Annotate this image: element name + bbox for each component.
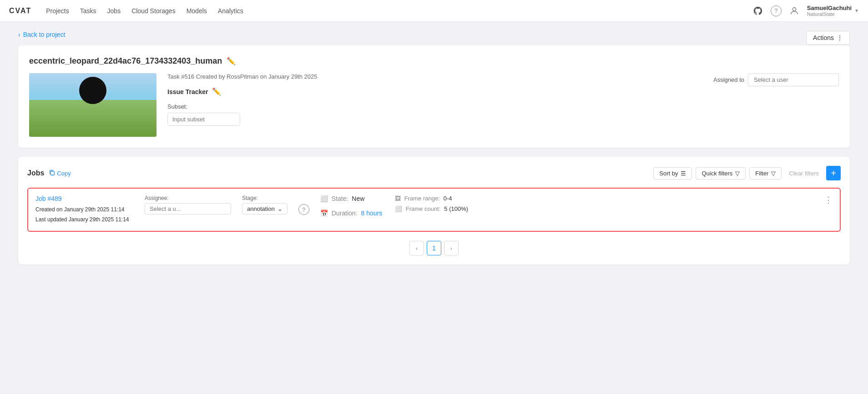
- nav-models[interactable]: Models: [187, 5, 207, 16]
- svg-point-0: [792, 7, 796, 10]
- header-row: ‹ Back to project Actions ⋮: [18, 31, 850, 45]
- last-updated-label: Last updated: [35, 216, 67, 223]
- last-updated-value: January 29th 2025 11:14: [69, 216, 129, 223]
- assignee-select[interactable]: [145, 203, 231, 214]
- nav-tasks[interactable]: Tasks: [80, 5, 96, 16]
- pagination-prev[interactable]: ‹: [409, 241, 424, 255]
- assigned-to-row: Assigned to: [713, 73, 839, 86]
- state-duration-col: ⬜ State: New 📅 Duration: 8 hours: [320, 195, 384, 217]
- back-chevron-icon: ‹: [18, 31, 20, 38]
- job-id[interactable]: Job #489: [35, 195, 136, 202]
- copy-icon: [49, 170, 55, 177]
- sort-by-label: Sort by: [659, 170, 678, 177]
- sort-by-button[interactable]: Sort by ☰: [653, 167, 692, 180]
- stage-label: Stage:: [242, 195, 288, 201]
- page-content: ‹ Back to project Actions ⋮ eccentric_le…: [0, 22, 868, 274]
- stage-select[interactable]: annotation ⌄: [242, 203, 288, 214]
- task-card: eccentric_leopard_22d4ac76_1734332403_hu…: [18, 45, 850, 148]
- clear-filters-button[interactable]: Clear filters: [785, 168, 823, 179]
- subset-input[interactable]: [167, 113, 240, 126]
- duration-label: Duration:: [332, 209, 358, 217]
- copy-label: Copy: [57, 170, 71, 177]
- task-created-info: Task #516 Created by RossPitman on Janua…: [167, 73, 702, 80]
- pagination: ‹ 1 ›: [27, 241, 841, 255]
- issue-tracker-edit-icon[interactable]: ✏️: [212, 87, 221, 96]
- user-name: SamuelGachuhi: [807, 5, 852, 11]
- frame-range-label: Frame range:: [404, 195, 440, 202]
- duration-row: 📅 Duration: 8 hours: [320, 209, 384, 217]
- quick-filters-button[interactable]: Quick filters ▽: [696, 167, 746, 180]
- job-info: Job #489 Created on January 29th 2025 11…: [35, 195, 136, 224]
- jobs-title: Jobs: [27, 169, 44, 177]
- user-avatar-icon: [789, 5, 800, 16]
- created-on-value: January 29th 2025 11:14: [64, 206, 125, 213]
- nav-cloud-storages[interactable]: Cloud Storages: [131, 5, 176, 16]
- subset-label: Subset:: [167, 103, 702, 110]
- filter-label: Filter: [755, 170, 768, 177]
- nav-projects[interactable]: Projects: [46, 5, 69, 16]
- app-logo: CVAT: [9, 7, 31, 15]
- issue-tracker-label: Issue Tracker: [167, 88, 208, 95]
- jobs-header: Jobs Copy Sort by ☰ Quick filters ▽: [27, 166, 841, 180]
- assigned-to-select[interactable]: [748, 73, 839, 86]
- job-stage-field: Stage: annotation ⌄: [242, 195, 288, 214]
- frame-range-value: 0-4: [444, 195, 452, 202]
- frame-count-row: ⬜ Frame count: 5 (100%): [395, 205, 468, 212]
- quick-filters-label: Quick filters: [701, 170, 732, 177]
- task-meta: Task #516 Created by RossPitman on Janua…: [167, 73, 702, 137]
- state-label: State:: [332, 195, 348, 202]
- frame-count-label: Frame count:: [406, 205, 441, 212]
- sort-by-icon: ☰: [681, 170, 686, 177]
- frame-range-row: 🖼 Frame range: 0-4: [395, 195, 468, 202]
- state-row: ⬜ State: New: [320, 195, 384, 202]
- filter-button[interactable]: Filter ▽: [749, 167, 782, 180]
- back-link[interactable]: ‹ Back to project: [18, 31, 65, 38]
- frame-count-icon: ⬜: [395, 205, 402, 212]
- assignee-label: Assignee:: [145, 195, 231, 201]
- issue-tracker-row: Issue Tracker ✏️: [167, 87, 702, 96]
- stage-chevron-icon: ⌄: [278, 205, 283, 212]
- state-icon: ⬜: [320, 195, 328, 202]
- svg-rect-1: [51, 171, 55, 175]
- nav-analytics[interactable]: Analytics: [218, 5, 243, 16]
- actions-more-icon: ⋮: [837, 34, 843, 41]
- user-info[interactable]: SamuelGachuhi NaturalState ▼: [807, 5, 859, 17]
- copy-button[interactable]: Copy: [49, 170, 71, 177]
- state-value: New: [352, 195, 364, 202]
- task-title-row: eccentric_leopard_22d4ac76_1734332403_hu…: [29, 56, 839, 66]
- job-more-menu[interactable]: ⋮: [824, 195, 833, 205]
- jobs-section: Jobs Copy Sort by ☰ Quick filters ▽: [18, 157, 850, 264]
- stage-value: annotation: [247, 205, 275, 212]
- stage-help: ?: [298, 195, 309, 217]
- github-icon[interactable]: [752, 5, 763, 16]
- stage-help-icon[interactable]: ?: [298, 204, 309, 215]
- quick-filters-icon: ▽: [735, 170, 740, 177]
- user-dropdown-chevron: ▼: [854, 8, 859, 13]
- task-edit-icon[interactable]: ✏️: [227, 57, 236, 65]
- jobs-title-row: Jobs Copy: [27, 169, 71, 177]
- actions-button[interactable]: Actions ⋮: [806, 31, 850, 45]
- job-assignee-field: Assignee:: [145, 195, 231, 214]
- actions-label: Actions: [813, 34, 834, 41]
- duration-value: 8 hours: [361, 209, 383, 217]
- pagination-page-1[interactable]: 1: [427, 241, 441, 255]
- user-org: NaturalState: [807, 11, 852, 17]
- job-item: Job #489 Created on January 29th 2025 11…: [27, 188, 841, 232]
- subset-row: Subset:: [167, 103, 702, 126]
- nav-icons: ? SamuelGachuhi NaturalState ▼: [752, 5, 859, 17]
- nav-jobs[interactable]: Jobs: [107, 5, 121, 16]
- jobs-toolbar: Sort by ☰ Quick filters ▽ Filter ▽ Clear…: [653, 166, 841, 180]
- help-icon[interactable]: ?: [771, 5, 782, 16]
- filter-icon: ▽: [771, 170, 776, 177]
- assigned-to-label: Assigned to: [713, 76, 744, 83]
- frame-count-value: 5 (100%): [444, 205, 468, 212]
- job-dates: Created on January 29th 2025 11:14 Last …: [35, 205, 136, 224]
- task-right-col: Assigned to: [713, 73, 839, 137]
- add-job-button[interactable]: +: [826, 166, 841, 180]
- task-thumbnail: [29, 73, 156, 137]
- created-on-label: Created on: [35, 206, 62, 213]
- back-link-text: Back to project: [23, 31, 66, 38]
- task-body: Task #516 Created by RossPitman on Janua…: [29, 73, 839, 137]
- pagination-next[interactable]: ›: [444, 241, 459, 255]
- task-title: eccentric_leopard_22d4ac76_1734332403_hu…: [29, 56, 222, 66]
